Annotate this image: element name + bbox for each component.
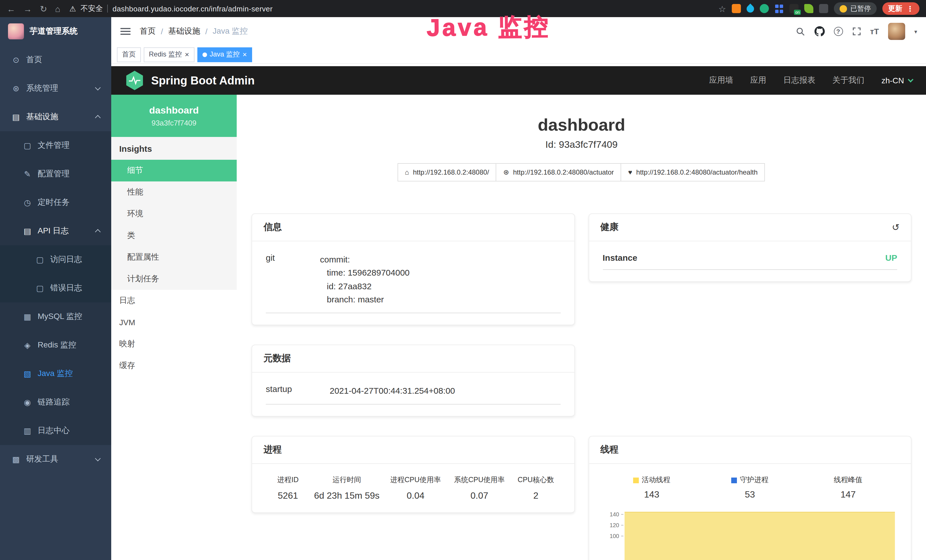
sidebar-item-label: API 日志 xyxy=(38,226,69,236)
menu-item-jvm[interactable]: JVM xyxy=(111,312,237,333)
address-bar[interactable]: ⚠ 不安全 dashboard.yudao.iocoder.cn/infra/a… xyxy=(69,3,714,14)
instance-name: dashboard xyxy=(149,105,199,116)
caret-down-icon[interactable]: ▾ xyxy=(914,28,917,35)
sidebar-item-redis-monitor[interactable]: ◈ Redis 监控 xyxy=(0,331,111,359)
sidebar-item-mysql-monitor[interactable]: ▦ MySQL 监控 xyxy=(0,303,111,331)
breadcrumb-infrastructure[interactable]: 基础设施 xyxy=(168,26,200,36)
row-value: commit: time: 1596289704000 id: 27aa832 … xyxy=(320,253,410,306)
extension-leaf-icon[interactable] xyxy=(804,4,813,13)
home-icon[interactable]: ⌂ xyxy=(55,4,60,13)
sidebar-item-error-logs[interactable]: ▢ 错误日志 xyxy=(0,274,111,303)
tab-home[interactable]: 首页 xyxy=(117,47,141,62)
sba-nav-about[interactable]: 关于我们 xyxy=(832,75,864,86)
service-url-link[interactable]: ⌂ http://192.168.0.2:48080/ xyxy=(397,163,496,182)
header-actions: ? тT ▾ xyxy=(795,23,917,40)
menu-item-caches[interactable]: 缓存 xyxy=(111,355,237,377)
hamburger-icon[interactable] xyxy=(120,28,131,35)
sidebar-item-api-logs[interactable]: ▤ API 日志 xyxy=(0,217,111,245)
history-icon[interactable]: ↺ xyxy=(892,222,899,233)
menu-item-scheduled-tasks[interactable]: 计划任务 xyxy=(111,268,237,290)
sba-nav-applications[interactable]: 应用 xyxy=(750,75,766,86)
update-button[interactable]: 更新 ⋮ xyxy=(882,2,920,15)
sidebar-item-log-center[interactable]: ▥ 日志中心 xyxy=(0,416,111,445)
extension-fox-icon[interactable] xyxy=(732,4,741,13)
extension-on-badge-icon[interactable]: on xyxy=(790,4,799,13)
column-header: 进程ID xyxy=(266,475,310,485)
sidebar-item-system[interactable]: ⊛ 系统管理 xyxy=(0,74,111,103)
health-row: Instance UP xyxy=(602,253,897,270)
tab-label: Redis 监控 xyxy=(149,50,182,59)
sba-logo-icon[interactable] xyxy=(125,71,144,90)
help-icon[interactable]: ? xyxy=(834,27,843,36)
search-icon[interactable] xyxy=(795,27,805,36)
sidebar-item-file-management[interactable]: ▢ 文件管理 xyxy=(0,131,111,160)
actuator-url-link[interactable]: ⊛ http://192.168.0.2:48080/actuator xyxy=(496,163,622,182)
legend-value: 143 xyxy=(602,490,701,500)
app-logo[interactable]: 芋道管理系统 xyxy=(0,17,111,45)
link-text: http://192.168.0.2:48080/actuator xyxy=(513,168,614,176)
sidebar-item-label: Redis 监控 xyxy=(38,340,76,350)
locale-selector[interactable]: zh-CN xyxy=(882,76,912,85)
chevron-down-icon xyxy=(95,456,101,461)
close-icon[interactable]: × xyxy=(243,51,247,58)
back-icon[interactable]: ← xyxy=(7,4,15,13)
sidebar-item-config-management[interactable]: ✎ 配置管理 xyxy=(0,160,111,188)
sidebar-item-scheduled-tasks[interactable]: ◷ 定时任务 xyxy=(0,188,111,217)
refresh-icon[interactable]: ↻ xyxy=(40,4,47,13)
menu-item-mappings[interactable]: 映射 xyxy=(111,333,237,355)
page-title: dashboard xyxy=(251,115,911,135)
bookmark-star-icon[interactable]: ☆ xyxy=(719,4,726,13)
on-badge: on xyxy=(794,10,801,15)
chart-y-axis: 140 120 100 xyxy=(602,509,624,560)
smiley-icon xyxy=(840,5,847,12)
sidebar-item-label: Java 监控 xyxy=(38,369,73,379)
fullscreen-icon[interactable] xyxy=(852,27,861,36)
tab-java-monitor[interactable]: Java 监控 × xyxy=(197,47,252,62)
sidebar-item-trace[interactable]: ◉ 链路追踪 xyxy=(0,388,111,416)
extension-puzzle-icon[interactable] xyxy=(819,4,828,13)
cards-grid: 信息 git commit: time: 1596289704000 id: 2 xyxy=(251,213,911,560)
sidebar-item-devtools[interactable]: ▩ 研发工具 xyxy=(0,445,111,474)
forward-icon[interactable]: → xyxy=(23,4,32,13)
health-url-link[interactable]: ♥ http://192.168.0.2:48080/actuator/heal… xyxy=(621,163,765,182)
menu-item-classes[interactable]: 类 xyxy=(111,225,237,247)
paused-badge[interactable]: 已暂停 xyxy=(834,2,877,15)
extension-green-icon[interactable] xyxy=(760,4,769,13)
legend-item-daemon: 守护进程 53 xyxy=(701,475,799,500)
breadcrumb-home[interactable]: 首页 xyxy=(140,26,156,36)
info-row-git: git commit: time: 1596289704000 id: 27aa… xyxy=(266,253,560,313)
sidebar-item-java-monitor[interactable]: ▧ Java 监控 xyxy=(0,359,111,388)
sba-body: dashboard 93a3fc7f7409 Insights 细节 性能 环境… xyxy=(111,95,926,560)
close-icon[interactable]: × xyxy=(185,51,189,58)
legend-yellow-swatch xyxy=(633,478,639,483)
avatar[interactable] xyxy=(888,23,905,40)
menu-item-metrics[interactable]: 性能 xyxy=(111,182,237,203)
extension-grid-icon[interactable] xyxy=(775,4,784,13)
card-body: 进程ID 运行时间 进程CPU使用率 系统CPU使用率 CPU核心数 5261 … xyxy=(252,464,574,513)
heart-icon: ♥ xyxy=(628,168,632,176)
sidebar-item-home[interactable]: ⊙ 首页 xyxy=(0,45,111,74)
sidebar-item-access-logs[interactable]: ▢ 访问日志 xyxy=(0,245,111,274)
menu-item-logs[interactable]: 日志 xyxy=(111,290,237,312)
access-log-icon: ▢ xyxy=(35,255,44,264)
warning-icon: ⚠ xyxy=(69,4,76,13)
sba-nav-wallboard[interactable]: 应用墙 xyxy=(709,75,733,86)
card-header: 信息 xyxy=(252,214,574,241)
sidebar-item-infrastructure[interactable]: ▤ 基础设施 xyxy=(0,103,111,131)
tab-redis-monitor[interactable]: Redis 监控 × xyxy=(144,47,194,62)
github-icon[interactable] xyxy=(814,26,825,36)
gear-icon: ⊛ xyxy=(11,84,21,93)
kebab-menu-icon[interactable]: ⋮ xyxy=(906,4,914,13)
redis-icon: ◈ xyxy=(23,341,32,350)
card-header: 进程 xyxy=(252,437,574,464)
legend-value: 147 xyxy=(799,490,897,500)
extension-drop-icon[interactable] xyxy=(745,3,756,14)
sidebar-item-label: 配置管理 xyxy=(38,169,70,179)
sba-nav-journal[interactable]: 日志报表 xyxy=(784,75,816,86)
devtools-icon: ▩ xyxy=(11,455,21,464)
font-size-icon[interactable]: тT xyxy=(870,27,879,36)
menu-item-environment[interactable]: 环境 xyxy=(111,203,237,225)
menu-item-details[interactable]: 细节 xyxy=(111,160,237,182)
menu-item-config-props[interactable]: 配置属性 xyxy=(111,247,237,268)
sba-brand[interactable]: Spring Boot Admin xyxy=(151,74,255,87)
